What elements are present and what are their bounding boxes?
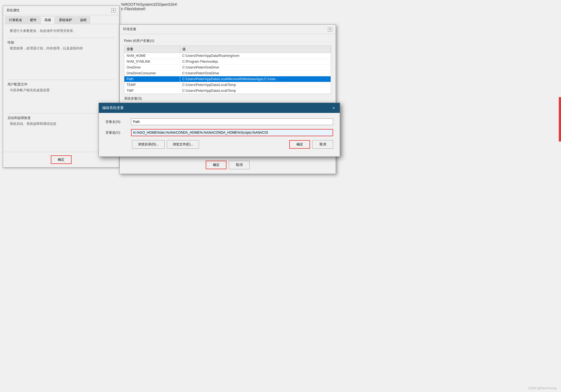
env-cancel-button[interactable]: 取消 xyxy=(229,161,250,169)
table-row[interactable]: TEMP C:\Users\Peter\AppData\Local\Temp xyxy=(124,82,331,88)
var-name-label: 变量名(N): xyxy=(105,120,128,124)
sys-props-tab-bar: 计算机名 硬件 高级 系统保护 远程 xyxy=(3,15,119,24)
tab-sysprot[interactable]: 系统保护 xyxy=(55,16,76,24)
performance-desc: 视觉效果，处理器计划，内存使用，以及虚拟内存 xyxy=(10,46,115,51)
tab-hardware[interactable]: 硬件 xyxy=(26,16,40,24)
env-dialog-title: 环境变量 xyxy=(123,27,136,32)
background-path-text: %ROOT%\System32\OpenSSH\ n Files\dotnet\ xyxy=(117,0,182,13)
edit-dialog-btn-row: 浏览目录(D)... 浏览文件(E)... 确定 取消 xyxy=(105,140,333,149)
env-dialog-footer: 确定 取消 xyxy=(124,161,331,169)
table-row[interactable]: OneDriveConsumer C:\Users\Peter\OneDrive xyxy=(124,70,331,76)
edit-ok-button[interactable]: 确定 xyxy=(289,140,310,149)
sys-props-ok-button[interactable]: 确定 xyxy=(51,155,72,164)
red-accent-right xyxy=(559,97,561,141)
sys-props-title: 系统属性 xyxy=(6,8,20,13)
var-value-input[interactable] xyxy=(131,129,333,136)
table-row[interactable]: OneDrive C:\Users\Peter\OneDrive xyxy=(124,65,331,70)
watermark: CSDN @PierCheung xyxy=(528,386,557,390)
admin-note-section: 要进行大多数更改，你必须作为管理员登录。 xyxy=(7,29,115,33)
table-row[interactable]: NVM_HOME C:\Users\Peter\AppData\Roaming\… xyxy=(124,53,331,59)
edit-dialog: 编辑系统变量 × 变量名(N): 变量值(V): 浏览目录(D)... 浏览文件… xyxy=(99,103,340,157)
user-vars-table: 变量 值 NVM_HOME C:\Users\Peter\AppData\Roa… xyxy=(124,46,331,94)
var-value-label: 变量值(V): xyxy=(105,130,128,135)
browse-file-button[interactable]: 浏览文件(E)... xyxy=(167,140,199,149)
user-profile-title: 用户配置文件 xyxy=(7,82,115,87)
edit-dialog-titlebar: 编辑系统变量 × xyxy=(99,103,340,113)
env-dialog-close-button[interactable]: × xyxy=(328,27,332,32)
sys-props-close-button[interactable]: × xyxy=(111,8,116,13)
performance-section: 性能 视觉效果，处理器计划，内存使用，以及虚拟内存 xyxy=(7,40,115,51)
user-vars-header: Peter 的用户变量(U) xyxy=(124,39,331,43)
var-value-row: 变量值(V): xyxy=(105,129,333,136)
browse-dir-button[interactable]: 浏览目录(D)... xyxy=(132,140,165,149)
edit-dialog-body: 变量名(N): 变量值(V): 浏览目录(D)... 浏览文件(E)... 确定… xyxy=(99,113,340,156)
user-vars-col-value: 值 xyxy=(180,46,331,53)
table-row-path[interactable]: Path C:\Users\Peter\AppData\Local\Micros… xyxy=(124,76,331,82)
edit-dialog-close-button[interactable]: × xyxy=(331,105,336,111)
sys-props-titlebar: 系统属性 × xyxy=(3,6,119,15)
admin-note: 要进行大多数更改，你必须作为管理员登录。 xyxy=(10,29,115,33)
tab-advanced[interactable]: 高级 xyxy=(41,16,55,24)
user-vars-col-name: 变量 xyxy=(124,46,180,53)
user-vars-table-box[interactable]: 变量 值 NVM_HOME C:\Users\Peter\AppData\Roa… xyxy=(124,45,331,94)
table-row[interactable]: NVM_SYMLINK C:\Program Files\nodejs xyxy=(124,59,331,65)
var-name-input[interactable] xyxy=(131,118,333,125)
sys-vars-header: 系统变量(S) xyxy=(124,96,331,101)
tab-computername[interactable]: 计算机名 xyxy=(5,16,26,24)
table-row[interactable]: TMP C:\Users\Peter\AppData\Local\Temp xyxy=(124,88,331,94)
edit-dialog-title: 编辑系统变量 xyxy=(102,105,124,110)
user-profile-section: 用户配置文件 与登录帐户相关的桌面设置 xyxy=(7,82,115,93)
user-profile-desc: 与登录帐户相关的桌面设置 xyxy=(10,88,115,93)
edit-cancel-button[interactable]: 取消 xyxy=(312,140,333,149)
var-name-row: 变量名(N): xyxy=(105,118,333,125)
tab-remote[interactable]: 远程 xyxy=(76,16,90,24)
env-dialog-titlebar: 环境变量 × xyxy=(120,25,336,34)
env-ok-button[interactable]: 确定 xyxy=(206,161,227,169)
performance-title: 性能 xyxy=(7,40,115,45)
